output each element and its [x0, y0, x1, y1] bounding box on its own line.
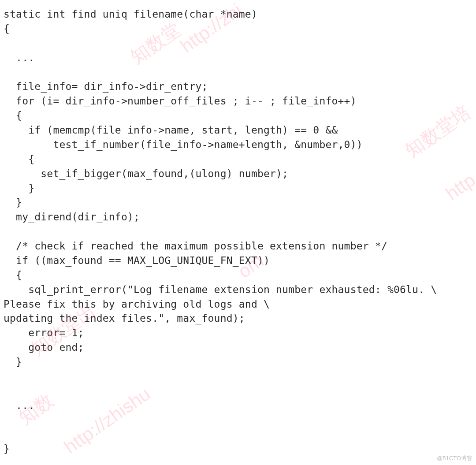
- code-block: static int find_uniq_filename(char *name…: [0, 0, 476, 456]
- attribution-text: @51CTO博客: [437, 454, 472, 462]
- code-content: static int find_uniq_filename(char *name…: [4, 8, 437, 454]
